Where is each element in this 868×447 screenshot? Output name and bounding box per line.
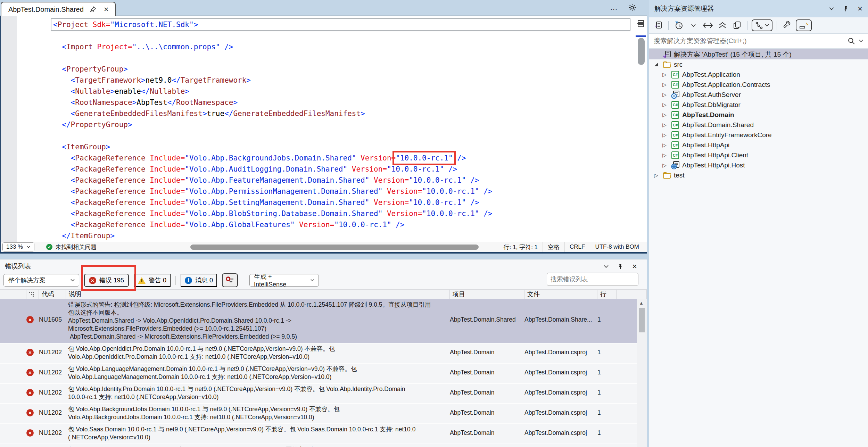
collapse-all-icon[interactable] (717, 19, 728, 31)
code-line[interactable]: <GenerateEmbeddedFilesManifest>true</Gen… (53, 108, 492, 119)
expander-collapsed-icon[interactable]: ▷ (661, 152, 668, 158)
tree-item-abptest.entityframeworkcore[interactable]: ▷C#AbpTest.EntityFrameworkCore (649, 130, 868, 140)
filter-button[interactable] (222, 273, 238, 287)
expander-collapsed-icon[interactable]: ▷ (661, 132, 668, 138)
expander-expanded-icon[interactable] (652, 63, 660, 66)
solution-search-box[interactable] (649, 33, 868, 49)
tree-item-abptest.domain[interactable]: ▷C#AbpTest.Domain (649, 110, 868, 120)
col-project[interactable]: 项目 (450, 290, 524, 299)
chevron-down-icon[interactable] (687, 19, 699, 31)
horizontal-scrollbar-thumb[interactable] (190, 245, 479, 250)
expander-collapsed-icon[interactable]: ▷ (661, 82, 668, 88)
error-row[interactable]: ×NU1202包 Volo.Abp.LanguageManagement.Dom… (0, 364, 637, 384)
preview-selected-items-button[interactable] (796, 19, 812, 31)
code-line[interactable]: <PackageReference Include="Volo.Abp.Sett… (53, 197, 492, 208)
error-row[interactable]: ×NU1202包 Volo.Abp.Identity.Pro.Domain 10… (0, 384, 637, 404)
col-blank1[interactable] (0, 290, 13, 299)
pin-icon[interactable] (618, 264, 623, 269)
switch-views-icon[interactable] (652, 19, 664, 31)
close-panel-icon[interactable]: × (632, 264, 637, 269)
code-line[interactable]: <PackageReference Include="Volo.Abp.Blob… (53, 208, 492, 219)
error-row[interactable]: ×NU1202包 Volo.Abp.Gdpr.Application 10.0.… (0, 444, 637, 447)
col-severity[interactable] (26, 290, 39, 299)
error-row[interactable]: ×NU1202包 Volo.Abp.OpenIddict.Pro.Domain … (0, 343, 637, 364)
document-health-indicator[interactable]: ✓ 未找到相关问题 (46, 243, 97, 251)
tree-item-abptest.httpapi.host[interactable]: ▷AbpTest.HttpApi.Host (649, 160, 868, 170)
scope-dropdown[interactable]: 整个解决方案 (3, 274, 79, 287)
pin-icon[interactable] (843, 6, 849, 11)
scrollbar-thumb[interactable] (638, 38, 645, 65)
close-tab-icon[interactable]: × (102, 6, 110, 13)
code-line[interactable]: </ItemGroup> (53, 230, 492, 241)
scrollbar-thumb[interactable] (639, 308, 645, 332)
tree-item-src[interactable]: src (649, 59, 868, 69)
expander-collapsed-icon[interactable]: ▷ (661, 92, 668, 98)
error-search-box[interactable] (547, 273, 638, 286)
code-line[interactable]: </PropertyGroup> (53, 119, 492, 130)
chevron-down-icon[interactable] (604, 265, 609, 268)
error-row[interactable]: ×NU1202包 Volo.Saas.Domain 10.0.0-rc.1 与 … (0, 424, 637, 444)
encoding[interactable]: UTF-8 with BOM (590, 242, 644, 252)
code-line[interactable]: <PackageReference Include="Volo.Abp.Feat… (53, 175, 492, 186)
caret-position[interactable]: 行: 1, 字符: 1 (499, 242, 543, 252)
tree-item-abptest.application[interactable]: ▷C#AbpTest.Application (649, 69, 868, 80)
code-line[interactable] (53, 130, 492, 141)
expander-collapsed-icon[interactable]: ▷ (661, 72, 668, 78)
code-line[interactable]: <ItemGroup> (53, 141, 492, 152)
error-list-scrollbar[interactable]: ▲ (637, 299, 647, 447)
expander-collapsed-icon[interactable]: ▷ (661, 102, 668, 108)
tree-item-abptest.httpapi.client[interactable]: ▷C#AbpTest.HttpApi.Client (649, 150, 868, 160)
tree-item--abptest-15-15-[interactable]: 解决方案 'AbpTest' (15 个项目, 共 15 个) (649, 49, 868, 59)
indent-mode[interactable]: 空格 (543, 242, 564, 252)
code-line[interactable]: <Project Sdk="Microsoft.NET.Sdk"> (53, 19, 492, 30)
close-panel-icon[interactable]: × (858, 6, 862, 11)
code-line[interactable]: <PackageReference Include="Volo.Abp.Back… (53, 152, 492, 164)
code-line[interactable]: <PropertyGroup> (53, 64, 492, 75)
dependency-graph-button[interactable] (752, 19, 772, 31)
line-ending[interactable]: CRLF (564, 242, 590, 252)
code-line[interactable]: <Nullable>enable</Nullable> (53, 86, 492, 97)
expander-collapsed-icon[interactable]: ▷ (661, 142, 668, 148)
chevron-down-icon[interactable] (859, 40, 863, 42)
error-row[interactable]: ×NU1202包 Volo.Abp.BackgroundJobs.Domain … (0, 404, 637, 424)
col-line[interactable]: 行 (597, 290, 617, 299)
expander-collapsed-icon[interactable]: ▷ (661, 112, 668, 118)
expander-collapsed-icon[interactable]: ▷ (652, 172, 660, 179)
messages-toggle-button[interactable]: i 消息 0 (181, 274, 217, 287)
properties-wrench-icon[interactable] (781, 19, 793, 31)
code-line[interactable]: <PackageReference Include="Volo.Abp.Perm… (53, 186, 492, 197)
pending-changes-filter-icon[interactable] (673, 19, 685, 31)
col-blank2[interactable] (13, 290, 26, 299)
code-line[interactable] (53, 52, 492, 64)
error-row[interactable]: ×NU1605错误形式的警告: 检测到包降级: Microsoft.Extens… (0, 299, 637, 343)
tree-item-abptest.httpapi[interactable]: ▷C#AbpTest.HttpApi (649, 140, 868, 150)
copy-path-icon[interactable] (731, 19, 743, 31)
tree-item-test[interactable]: ▷test (649, 170, 868, 180)
col-description[interactable]: 说明 (66, 290, 450, 299)
scroll-up-icon[interactable]: ▲ (639, 300, 644, 306)
sync-with-active-document-icon[interactable] (702, 19, 714, 31)
code-line[interactable]: <Import Project="..\..\common.props" /> (53, 41, 492, 52)
split-editor-icon[interactable] (637, 19, 645, 28)
tree-item-abptest.dbmigrator[interactable]: ▷C#AbpTest.DbMigrator (649, 100, 868, 110)
col-file[interactable]: 文件 (524, 290, 597, 299)
tree-item-abptest.authserver[interactable]: ▷AbpTest.AuthServer (649, 90, 868, 100)
document-tab[interactable]: AbpTest.Domain.Shared × (1, 2, 116, 16)
source-dropdown[interactable]: 生成 + IntelliSense (249, 274, 319, 287)
code-line[interactable] (53, 30, 492, 41)
horizontal-splitter[interactable] (0, 254, 647, 259)
tree-item-abptest.domain.shared[interactable]: ▷C#AbpTest.Domain.Shared (649, 120, 868, 130)
code-editor[interactable]: <Project Sdk="Microsoft.NET.Sdk"> <Impor… (0, 16, 647, 242)
chevron-down-icon[interactable] (829, 7, 834, 10)
tree-item-abptest.application.contracts[interactable]: ▷C#AbpTest.Application.Contracts (649, 80, 868, 90)
expander-collapsed-icon[interactable]: ▷ (661, 122, 668, 128)
pin-icon[interactable] (89, 6, 97, 13)
col-code[interactable]: 代码 (39, 290, 66, 299)
editor-settings-gear-icon[interactable] (628, 3, 636, 12)
editor-vertical-scrollbar[interactable] (635, 16, 647, 242)
solution-search-input[interactable] (654, 37, 844, 45)
error-search-input[interactable] (551, 276, 631, 283)
zoom-selector[interactable]: 133 % (2, 242, 34, 251)
code-line[interactable]: <PackageReference Include="Volo.Abp.Glob… (53, 219, 492, 230)
code-line[interactable]: <PackageReference Include="Volo.Abp.Audi… (53, 164, 492, 175)
